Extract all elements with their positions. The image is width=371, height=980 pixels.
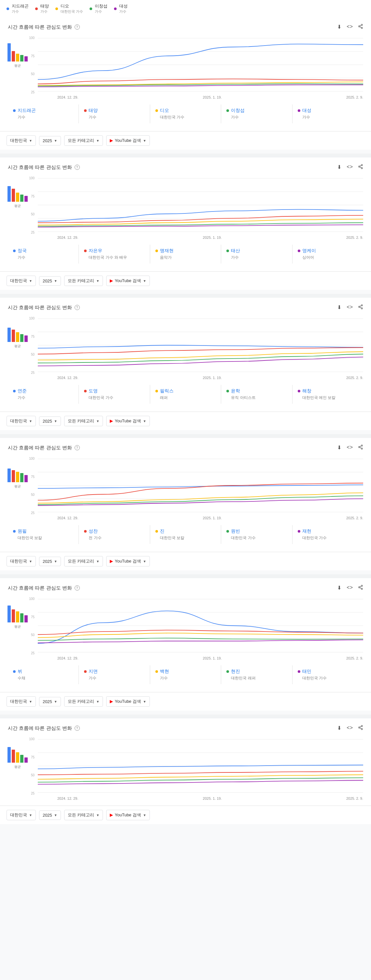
year-filter-0[interactable]: 2025 ▼ [39,136,61,145]
legend-bars-1: 평균 [8,176,27,208]
help-icon-3[interactable]: ? [75,445,80,450]
embed-btn-2[interactable]: <> [347,304,353,311]
share-btn-4[interactable] [358,585,363,591]
category-filter-2[interactable]: 모든 카테고리 ▼ [64,416,103,426]
date-start-0: 2024. 12. 29. [58,95,78,99]
person-category-3: 대한민국 가수 [231,535,287,541]
person-card-0: 지드래곤 가수 [8,105,79,123]
year-filter-1[interactable]: 2025 ▼ [39,276,61,286]
share-btn-0[interactable] [358,24,363,30]
y-labels-2: 100 75 50 25 [27,316,37,374]
download-btn-0[interactable]: ⬇ [337,24,341,30]
share-btn-3[interactable] [358,444,363,451]
person-name-4[interactable]: 영케이 [298,248,358,254]
category-filter-5[interactable]: 모든 카테고리 ▼ [64,810,103,820]
y-label-50: 50 [27,212,35,216]
svg-point-10 [361,164,363,165]
platform-filter-3[interactable]: ▶ YouTube 검색 ▼ [106,556,150,566]
download-btn-5[interactable]: ⬇ [337,725,341,732]
person-name-0[interactable]: 지드래곤 [13,108,73,113]
download-btn-2[interactable]: ⬇ [337,304,341,311]
download-btn-1[interactable]: ⬇ [337,164,341,170]
embed-btn-1[interactable]: <> [347,164,353,170]
person-name-4[interactable]: 대성 [298,108,358,113]
country-filter-0[interactable]: 대한민국 ▼ [6,135,36,146]
category-value-3: 모든 카테고리 [68,558,94,564]
help-icon-4[interactable]: ? [75,585,80,590]
download-btn-4[interactable]: ⬇ [337,585,341,591]
embed-btn-0[interactable]: <> [347,24,353,30]
date-mid-4: 2025. 1. 19. [203,656,222,660]
year-value-1: 2025 [43,278,52,283]
category-filter-0[interactable]: 모든 카테고리 ▼ [64,135,103,146]
category-filter-1[interactable]: 모든 카테고리 ▼ [64,275,103,286]
country-filter-5[interactable]: 대한민국 ▼ [6,810,36,820]
person-dot-0 [13,670,16,673]
share-btn-2[interactable] [358,304,363,311]
help-icon-1[interactable]: ? [75,165,80,170]
person-name-3[interactable]: 태산 [226,248,287,254]
mini-bar [20,334,24,342]
person-name-3[interactable]: 원빈 [226,528,287,534]
mini-bar [12,189,15,202]
year-value-5: 2025 [43,813,52,818]
person-name-0[interactable]: 정국 [13,248,73,254]
help-icon-5[interactable]: ? [75,725,80,731]
embed-btn-3[interactable]: <> [347,444,353,451]
person-name-2[interactable]: 백현 [155,669,216,675]
category-filter-4[interactable]: 모든 카테고리 ▼ [64,696,103,707]
person-name-0[interactable]: 연준 [13,388,73,394]
download-btn-3[interactable]: ⬇ [337,444,341,451]
category-filter-3[interactable]: 모든 카테고리 ▼ [64,556,103,566]
person-name-1[interactable]: 성찬 [84,528,144,534]
chart-area-5: 시간 흐름에 따른 관심도 변화 ? ⬇ <> [0,718,371,806]
person-name-2[interactable]: 진 [155,528,216,534]
person-name-1[interactable]: 태양 [84,108,144,113]
person-name-1[interactable]: 도영 [84,388,144,394]
person-name-1[interactable]: 지면 [84,669,144,675]
y-label-75: 75 [27,756,35,759]
country-filter-2[interactable]: 대한민국 ▼ [6,416,36,426]
mini-bar [8,469,11,482]
person-name-1[interactable]: 자은우 [84,248,144,254]
platform-filter-2[interactable]: ▶ YouTube 검색 ▼ [106,416,150,426]
embed-btn-4[interactable]: <> [347,585,353,591]
platform-filter-5[interactable]: ▶ YouTube 검색 ▼ [106,810,150,820]
year-filter-3[interactable]: 2025 ▼ [39,557,61,566]
embed-btn-5[interactable]: <> [347,725,353,732]
country-filter-3[interactable]: 대한민국 ▼ [6,556,36,566]
year-filter-4[interactable]: 2025 ▼ [39,697,61,706]
mini-bar [12,329,15,342]
person-name-0[interactable]: 뷔 [13,669,73,675]
platform-filter-4[interactable]: ▶ YouTube 검색 ▼ [106,696,150,707]
person-name-4[interactable]: 해창 [298,388,358,394]
year-filter-5[interactable]: 2025 ▼ [39,810,61,820]
person-category-4: 싱어어 [302,255,358,260]
country-filter-1[interactable]: 대한민국 ▼ [6,275,36,286]
category-chevron-2: ▼ [96,419,99,423]
share-btn-1[interactable] [358,164,363,170]
person-card-0: 원필 대한민국 보칼 [8,525,79,544]
mini-bar [20,55,24,62]
chart-section-3: 시간 흐름에 따른 관심도 변화 ? ⬇ <> [0,438,371,570]
person-name-3[interactable]: 윤학 [226,388,287,394]
y-labels-5: 100 75 50 25 [27,737,37,795]
svg-point-42 [361,588,363,590]
person-name-2[interactable]: 필릭스 [155,388,216,394]
person-name-3[interactable]: 현진 [226,669,287,675]
category-value-5: 모든 카테고리 [68,812,94,818]
person-name-4[interactable]: 재헌 [298,528,358,534]
share-btn-5[interactable] [358,725,363,732]
country-filter-4[interactable]: 대한민국 ▼ [6,696,36,707]
platform-filter-0[interactable]: ▶ YouTube 검색 ▼ [106,135,150,146]
platform-filter-1[interactable]: ▶ YouTube 검색 ▼ [106,275,150,286]
help-icon-0[interactable]: ? [75,24,80,30]
person-name-2[interactable]: 디오 [155,108,216,113]
person-name-0[interactable]: 원필 [13,528,73,534]
person-name-3[interactable]: 이창섭 [226,108,287,113]
year-filter-2[interactable]: 2025 ▼ [39,417,61,426]
line-chart-container-4: 100 75 50 25 2024. 1 [27,597,363,660]
person-name-4[interactable]: 태민 [298,669,358,675]
help-icon-2[interactable]: ? [75,305,80,310]
person-name-2[interactable]: 맹재현 [155,248,216,254]
